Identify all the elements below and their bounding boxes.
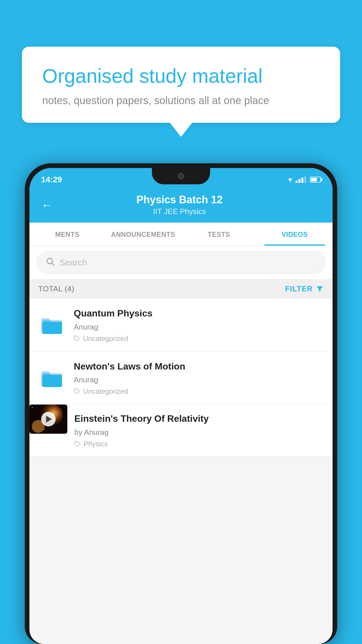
video-title: Einstein's Theory Of Relativity bbox=[74, 413, 324, 425]
back-button[interactable]: ← bbox=[41, 199, 53, 211]
search-bar[interactable]: Search bbox=[36, 251, 326, 274]
video-list: Quantum Physics Anurag Uncategorized bbox=[29, 299, 333, 456]
list-item[interactable]: Einstein's Theory Of Relativity by Anura… bbox=[29, 405, 333, 456]
filter-bar: TOTAL (4) FILTER bbox=[29, 279, 333, 299]
video-tag-text: Uncategorized bbox=[83, 335, 128, 343]
filter-icon bbox=[316, 285, 324, 293]
front-camera bbox=[178, 173, 184, 179]
video-title: Newton's Laws of Motion bbox=[74, 360, 324, 373]
filter-button[interactable]: FILTER bbox=[285, 284, 324, 293]
bubble-title: Organised study material bbox=[42, 64, 320, 88]
video-thumbnail bbox=[29, 405, 67, 434]
list-item[interactable]: Newton's Laws of Motion Anurag Uncategor… bbox=[29, 352, 333, 405]
speech-bubble: Organised study material notes, question… bbox=[22, 47, 340, 123]
app-header: ← Physics Batch 12 IIT JEE Physics bbox=[29, 188, 333, 223]
filter-label: FILTER bbox=[285, 284, 313, 293]
svg-point-4 bbox=[75, 337, 76, 338]
tab-ments[interactable]: MENTS bbox=[29, 223, 105, 246]
svg-point-7 bbox=[75, 390, 76, 391]
phone-frame: 14:29 ▾ ← Physics Batch bbox=[25, 163, 337, 644]
search-icon bbox=[45, 257, 55, 268]
total-count: TOTAL (4) bbox=[38, 284, 74, 293]
video-author: Anurag bbox=[74, 375, 324, 384]
battery-icon bbox=[310, 177, 321, 183]
tag-icon bbox=[74, 388, 80, 395]
folder-icon bbox=[38, 310, 67, 340]
svg-rect-3 bbox=[42, 322, 62, 334]
video-tag: Uncategorized bbox=[74, 335, 324, 343]
bubble-subtitle: notes, question papers, solutions all at… bbox=[42, 94, 320, 107]
video-tag: Physics bbox=[74, 440, 324, 448]
header-title-group: Physics Batch 12 IIT JEE Physics bbox=[59, 194, 301, 216]
tabs-container: MENTS ANNOUNCEMENTS TESTS VIDEOS bbox=[29, 223, 333, 246]
svg-point-15 bbox=[76, 442, 77, 443]
tag-icon bbox=[74, 441, 81, 447]
tag-icon bbox=[74, 335, 80, 342]
list-item[interactable]: Quantum Physics Anurag Uncategorized bbox=[29, 299, 333, 352]
video-author: Anurag bbox=[74, 323, 324, 332]
video-tag-text: Physics bbox=[84, 440, 108, 448]
video-info: Quantum Physics Anurag Uncategorized bbox=[74, 307, 324, 343]
folder-icon bbox=[38, 363, 67, 393]
status-icons: ▾ bbox=[288, 175, 321, 184]
signal-icon bbox=[296, 176, 306, 183]
video-tag: Uncategorized bbox=[74, 387, 324, 396]
search-container: Search bbox=[29, 246, 333, 279]
svg-rect-6 bbox=[42, 375, 62, 387]
battery-fill bbox=[311, 178, 317, 181]
play-button[interactable] bbox=[41, 412, 56, 426]
video-author: by Anurag bbox=[74, 428, 324, 437]
tab-announcements[interactable]: ANNOUNCEMENTS bbox=[105, 223, 181, 246]
video-title: Quantum Physics bbox=[74, 307, 324, 320]
svg-point-11 bbox=[32, 407, 33, 408]
search-input[interactable]: Search bbox=[59, 258, 87, 267]
video-tag-text: Uncategorized bbox=[83, 387, 128, 396]
svg-line-1 bbox=[52, 263, 54, 265]
phone-screen: 14:29 ▾ ← Physics Batch bbox=[29, 168, 333, 644]
svg-point-14 bbox=[64, 422, 65, 422]
status-time: 14:29 bbox=[41, 175, 62, 184]
header-subtitle: IIT JEE Physics bbox=[59, 207, 301, 216]
header-title: Physics Batch 12 bbox=[59, 194, 301, 206]
video-info: Newton's Laws of Motion Anurag Uncategor… bbox=[74, 360, 324, 396]
video-info: Einstein's Theory Of Relativity by Anura… bbox=[74, 405, 324, 456]
notch bbox=[152, 168, 210, 184]
tab-tests[interactable]: TESTS bbox=[181, 223, 257, 246]
play-triangle-icon bbox=[46, 416, 52, 423]
tab-videos[interactable]: VIDEOS bbox=[257, 223, 333, 246]
svg-point-13 bbox=[44, 429, 45, 430]
svg-point-12 bbox=[61, 409, 62, 409]
wifi-icon: ▾ bbox=[288, 175, 292, 184]
